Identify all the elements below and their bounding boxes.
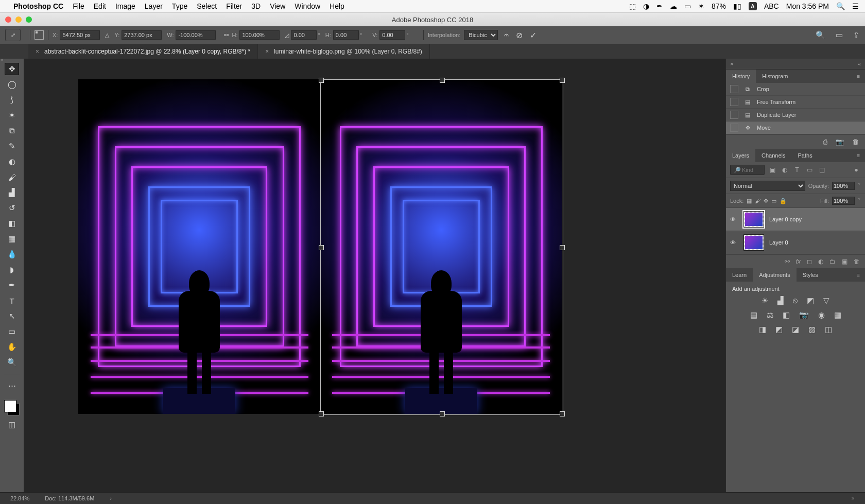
tab-adjustments[interactable]: Adjustments: [753, 268, 797, 282]
cancel-transform-button[interactable]: ⊘: [516, 30, 523, 40]
keyboard-indicator-icon[interactable]: A: [749, 2, 757, 10]
filter-shape-icon[interactable]: ▭: [805, 166, 814, 173]
feather-icon[interactable]: ✒: [656, 2, 663, 10]
eyedropper-tool[interactable]: ✎: [5, 140, 19, 152]
maximize-window-button[interactable]: [26, 16, 32, 23]
workspace-icon[interactable]: ▭: [836, 30, 843, 40]
hue-sat-icon[interactable]: ▤: [750, 310, 757, 320]
panel-collapse-icon[interactable]: «: [854, 59, 865, 69]
tab-history[interactable]: History: [726, 69, 756, 83]
move-tool[interactable]: ✥: [5, 63, 19, 75]
document-tab-1[interactable]: × abstract-backlit-conceptual-1722072.jp…: [28, 44, 258, 59]
menu-help[interactable]: Help: [330, 2, 344, 10]
tab-learn[interactable]: Learn: [726, 268, 753, 282]
wifi-icon[interactable]: ✶: [698, 2, 704, 10]
photo-filter-icon[interactable]: 📷: [799, 310, 809, 320]
quick-select-tool[interactable]: ✶: [5, 109, 19, 121]
adjustment-layer-icon[interactable]: ◐: [818, 258, 823, 265]
w-input[interactable]: [176, 30, 216, 40]
doc-size[interactable]: Doc: 114.3M/59.6M: [45, 495, 94, 501]
angle-input[interactable]: [291, 30, 317, 40]
menu-3d[interactable]: 3D: [251, 2, 261, 10]
vibrance-icon[interactable]: ▽: [823, 296, 829, 305]
lock-pixels-icon[interactable]: ▦: [747, 198, 752, 204]
zoom-tool[interactable]: 🔍: [5, 356, 19, 369]
group-icon[interactable]: 🗀: [829, 258, 836, 265]
history-item[interactable]: ▤Duplicate Layer: [726, 109, 865, 121]
layer-name[interactable]: Layer 0 copy: [769, 216, 802, 222]
filter-type-icon[interactable]: T: [792, 166, 802, 173]
exposure-icon[interactable]: ◩: [807, 296, 814, 305]
gradient-tool[interactable]: ▦: [5, 233, 19, 245]
mask-icon[interactable]: ◻: [807, 258, 812, 265]
interpolation-select[interactable]: Bicubic: [464, 30, 498, 40]
keyboard-lang[interactable]: ABC: [764, 2, 779, 10]
menu-view[interactable]: View: [270, 2, 285, 10]
eraser-tool[interactable]: ◧: [5, 217, 19, 230]
color-lookup-icon[interactable]: ▦: [834, 310, 841, 320]
create-document-icon[interactable]: ⎙: [823, 138, 827, 146]
menu-filter[interactable]: Filter: [226, 2, 242, 10]
blend-mode-select[interactable]: Normal: [730, 181, 805, 191]
dodge-tool[interactable]: ◗: [5, 264, 19, 276]
vertical-guide[interactable]: [320, 79, 321, 414]
panel-menu-icon[interactable]: ≡: [852, 149, 865, 162]
lock-artboard-icon[interactable]: ▭: [771, 198, 776, 204]
new-layer-icon[interactable]: ▣: [842, 258, 847, 265]
snapshot-icon[interactable]: 📷: [836, 138, 844, 146]
vskew-input[interactable]: [379, 30, 405, 40]
hskew-input[interactable]: [333, 30, 359, 40]
app-name[interactable]: Photoshop CC: [13, 2, 63, 10]
menu-type[interactable]: Type: [172, 2, 187, 10]
invert-icon[interactable]: ◨: [759, 325, 766, 334]
path-select-tool[interactable]: ↖: [5, 310, 19, 322]
layer-name[interactable]: Layer 0: [769, 239, 788, 246]
menu-file[interactable]: File: [73, 2, 84, 10]
tab-styles[interactable]: Styles: [797, 268, 824, 282]
lasso-tool[interactable]: ⟆: [5, 94, 19, 106]
display-icon[interactable]: ▭: [684, 2, 691, 10]
link-layers-icon[interactable]: ⚯: [785, 258, 790, 265]
channel-mixer-icon[interactable]: ◉: [818, 310, 825, 320]
filter-toggle-icon[interactable]: ●: [852, 166, 861, 173]
history-item[interactable]: ✥Move: [726, 121, 865, 134]
rectangle-tool[interactable]: ▭: [5, 325, 19, 338]
levels-icon[interactable]: ▟: [777, 296, 784, 305]
crop-tool[interactable]: ⧉: [5, 125, 19, 137]
history-item[interactable]: ▤Free Transform: [726, 96, 865, 109]
app-icon[interactable]: ◑: [643, 2, 649, 10]
canvas-area[interactable]: [24, 59, 725, 492]
battery-percent[interactable]: 87%: [712, 2, 726, 10]
status-arrow-icon[interactable]: ›: [110, 495, 112, 501]
opacity-dropdown-icon[interactable]: [858, 183, 861, 189]
curves-icon[interactable]: ⎋: [793, 296, 798, 305]
toolbox-collapse-icon[interactable]: »: [1, 58, 3, 62]
filter-smart-icon[interactable]: ◫: [817, 166, 826, 173]
minimize-window-button[interactable]: [15, 16, 22, 23]
search-icon[interactable]: 🔍: [816, 30, 825, 40]
filter-image-icon[interactable]: ▣: [768, 166, 777, 173]
h-input[interactable]: [239, 30, 280, 40]
document-canvas[interactable]: [78, 79, 562, 414]
fx-icon[interactable]: fx: [796, 258, 801, 265]
warp-icon[interactable]: 𝄐: [504, 30, 509, 40]
layer-item[interactable]: 👁 Layer 0 copy: [726, 208, 865, 231]
lock-position-icon[interactable]: ✥: [764, 198, 768, 204]
share-icon[interactable]: ⇪: [853, 30, 860, 40]
dropbox-icon[interactable]: ⬚: [629, 2, 636, 10]
edit-toolbar-icon[interactable]: ⋯: [5, 379, 19, 392]
layer-thumbnail[interactable]: [743, 211, 764, 228]
posterize-icon[interactable]: ◩: [775, 325, 783, 334]
battery-icon[interactable]: ▮▯: [733, 2, 741, 10]
tab-paths[interactable]: Paths: [792, 149, 819, 162]
history-brush-tool[interactable]: ↺: [5, 202, 19, 214]
history-item[interactable]: ⧉Crop: [726, 83, 865, 96]
type-tool[interactable]: T: [5, 294, 19, 307]
color-swatches[interactable]: [4, 400, 20, 415]
link-wh-icon[interactable]: ⚯: [224, 32, 229, 39]
swap-xy-icon[interactable]: △: [105, 32, 109, 39]
lock-brush-icon[interactable]: 🖌: [755, 198, 760, 204]
status-close-icon[interactable]: ×: [852, 495, 855, 501]
bw-icon[interactable]: ◧: [783, 310, 790, 320]
color-balance-icon[interactable]: ⚖: [767, 310, 773, 320]
